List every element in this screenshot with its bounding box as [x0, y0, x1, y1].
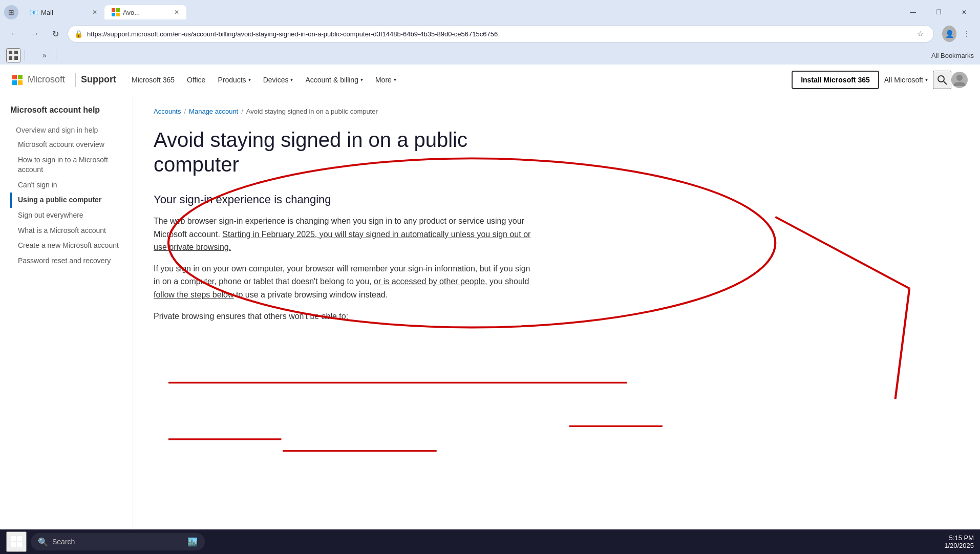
extensions-area	[29, 54, 35, 56]
browser-menu-button[interactable]: ⋮	[960, 27, 974, 41]
taskbar-search-bar[interactable]: 🔍 Search 🏙️	[31, 533, 205, 550]
taskbar-clock: 5:15 PM 1/20/2025	[944, 534, 974, 549]
forward-button[interactable]: →	[27, 26, 43, 42]
svg-line-16	[775, 217, 909, 289]
article-para2: If you sign in on your own computer, you…	[154, 262, 532, 302]
support-label: Support	[81, 74, 116, 85]
sidebar-item-using-public[interactable]: Using a public computer	[10, 193, 122, 208]
taskbar: 🔍 Search 🏙️ 5:15 PM 1/20/2025	[0, 529, 980, 554]
user-avatar-nav[interactable]	[951, 72, 968, 88]
sidebar-item-create-account[interactable]: Create a new Microsoft account	[10, 238, 122, 253]
back-button[interactable]: ←	[6, 26, 23, 42]
security-icon: 🔒	[74, 30, 83, 38]
tab-mail-label: Mail	[41, 9, 53, 16]
ms-logo-text: Microsoft	[28, 74, 65, 85]
close-button[interactable]: ✕	[952, 4, 976, 20]
minimize-button[interactable]: —	[901, 4, 925, 20]
all-ms-button[interactable]: All Microsoft ▾	[879, 76, 933, 84]
account-billing-chevron: ▾	[360, 77, 363, 82]
taskbar-right: 5:15 PM 1/20/2025	[944, 534, 974, 549]
all-ms-chevron: ▾	[925, 77, 928, 82]
tab-avoid[interactable]: Avo... ✕	[104, 5, 186, 19]
breadcrumb: Accounts / Manage account / Avoid stayin…	[154, 108, 960, 115]
sidebar: Microsoft account help Overview and sign…	[0, 95, 133, 554]
toolbar-more-button[interactable]: »	[37, 48, 52, 62]
install-ms365-button[interactable]: Install Microsoft 365	[792, 71, 879, 89]
user-avatar: 👤	[942, 26, 956, 42]
sidebar-item-how-to-sign-in[interactable]: How to sign in to a Microsoft account	[10, 153, 122, 178]
nav-devices[interactable]: Devices ▾	[258, 65, 299, 95]
breadcrumb-sep2: /	[241, 108, 243, 115]
tab-mail-close[interactable]: ✕	[92, 9, 97, 16]
svg-line-17	[896, 288, 910, 399]
breadcrumb-accounts[interactable]: Accounts	[154, 108, 181, 115]
nav-products[interactable]: Products ▾	[212, 65, 255, 95]
profile-button[interactable]: 👤	[942, 27, 956, 41]
nav-more[interactable]: More ▾	[370, 65, 401, 95]
tab-avoid-close[interactable]: ✕	[174, 9, 179, 16]
article-para1: The web browser sign-in experience is ch…	[154, 215, 532, 254]
products-chevron: ▾	[248, 77, 251, 82]
article-para3: Private browsing ensures that others won…	[154, 310, 532, 323]
bookmark-star-button[interactable]: ☆	[913, 27, 927, 41]
svg-rect-11	[18, 80, 23, 85]
tab-mail[interactable]: 📧 Mail ✕	[23, 5, 104, 19]
para2-highlight1: or is accessed by other people,	[374, 277, 487, 286]
ms-logo-grid	[12, 75, 23, 85]
section1-title: Your sign-in experience is changing	[154, 193, 960, 206]
tab-avoid-label: Avo...	[123, 9, 140, 16]
breadcrumb-manage-account[interactable]: Manage account	[189, 108, 238, 115]
nav-search-button[interactable]	[933, 71, 951, 89]
svg-line-13	[944, 81, 947, 84]
nav-divider	[75, 73, 76, 87]
nav-office[interactable]: Office	[182, 65, 210, 95]
sidebar-nav: Overview and sign in help Microsoft acco…	[10, 123, 122, 268]
more-chevron: ▾	[394, 77, 396, 82]
taskbar-emoji-icon: 🏙️	[187, 537, 198, 547]
sidebar-item-cant-sign-in[interactable]: Can't sign in	[10, 178, 122, 193]
toolbar-divider2	[56, 50, 56, 60]
sidebar-item-overview[interactable]: Overview and sign in help	[10, 123, 122, 137]
address-bar-url: https://support.microsoft.com/en-us/acco…	[87, 30, 909, 38]
ms-logo[interactable]: Microsoft	[12, 74, 65, 85]
all-bookmarks-button[interactable]: All Bookmarks	[931, 52, 974, 59]
svg-rect-8	[12, 75, 17, 79]
article-title: Avoid staying signed in on a public comp…	[154, 127, 512, 177]
taskbar-search-icon: 🔍	[38, 537, 48, 547]
devices-chevron: ▾	[290, 77, 293, 82]
main-content: Accounts / Manage account / Avoid stayin…	[133, 95, 980, 554]
para2-highlight2: follow the steps below	[154, 290, 234, 299]
svg-rect-7	[14, 56, 18, 60]
maximize-button[interactable]: ❐	[927, 4, 950, 20]
reload-button[interactable]: ↻	[47, 26, 63, 42]
ms-nav-bar: Microsoft Support Microsoft 365 Office P…	[0, 65, 980, 95]
breadcrumb-current: Avoid staying signed in on a public comp…	[246, 108, 378, 115]
svg-rect-3	[116, 13, 120, 16]
taskbar-time-value: 5:15 PM	[944, 534, 974, 542]
windows-logo	[11, 536, 22, 547]
svg-rect-6	[9, 56, 12, 60]
sidebar-item-ms-account-overview[interactable]: Microsoft account overview	[10, 137, 122, 153]
toolbar-divider	[25, 50, 25, 60]
sidebar-item-what-is-ms-account[interactable]: What is a Microsoft account	[10, 223, 122, 239]
svg-rect-9	[18, 75, 23, 79]
nav-items: Microsoft 365 Office Products ▾ Devices …	[126, 65, 792, 95]
nav-account-billing[interactable]: Account & billing ▾	[300, 65, 368, 95]
svg-rect-2	[112, 13, 115, 16]
svg-point-14	[956, 75, 963, 81]
svg-rect-10	[12, 80, 17, 85]
breadcrumb-sep1: /	[184, 108, 186, 115]
svg-rect-1	[116, 8, 120, 12]
start-button[interactable]	[6, 531, 27, 552]
avoid-tab-icon	[112, 8, 120, 16]
svg-rect-5	[14, 51, 18, 54]
nav-ms365[interactable]: Microsoft 365	[126, 65, 180, 95]
sidebar-item-sign-out-everywhere[interactable]: Sign out everywhere	[10, 208, 122, 223]
mail-tab-icon: 📧	[30, 8, 38, 16]
sidebar-item-password-reset[interactable]: Password reset and recovery	[10, 253, 122, 269]
taskbar-date-value: 1/20/2025	[944, 542, 974, 549]
svg-rect-4	[9, 51, 12, 54]
tab-back-button[interactable]: ⊞	[4, 5, 18, 19]
apps-button[interactable]	[6, 48, 20, 62]
svg-rect-0	[112, 8, 115, 12]
